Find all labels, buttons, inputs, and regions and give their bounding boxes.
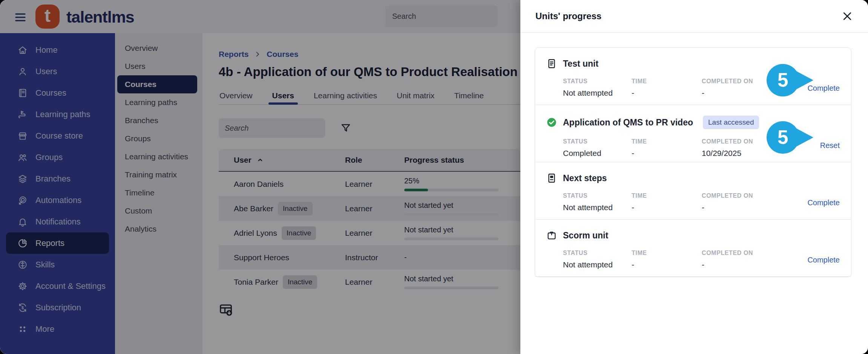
submenu-item-label: Custom [125, 206, 152, 215]
pie-icon [17, 238, 28, 249]
breadcrumb-reports-link[interactable]: Reports [219, 50, 248, 59]
table-row[interactable]: Tonia Parker Inactive Learner Not starte… [219, 270, 520, 294]
panel-header: Units' progress [520, 0, 868, 33]
sidebar-item[interactable]: More [6, 318, 109, 340]
completed-on-label: COMPLETED ON [702, 138, 753, 145]
global-search[interactable] [385, 6, 498, 27]
sidebar-item[interactable]: Home [6, 39, 109, 61]
progress-text: - [404, 253, 520, 262]
filter-icon[interactable] [340, 122, 351, 134]
sidebar-item[interactable]: Skills [6, 254, 109, 275]
submenu-item[interactable]: Timeline [117, 184, 197, 202]
status-label: STATUS [563, 192, 632, 199]
progress-bar [404, 287, 498, 289]
breadcrumb-courses-link[interactable]: Courses [267, 50, 298, 59]
sidebar-item[interactable]: Reports [6, 232, 109, 254]
last-accessed-badge: Last accessed [703, 116, 759, 129]
submenu-item[interactable]: Groups [117, 130, 197, 148]
unit-header: Scorm unit [546, 230, 840, 241]
store-icon [17, 131, 28, 141]
submenu-item[interactable]: Learning paths [117, 93, 197, 111]
table-row[interactable]: Abe Barker Inactive Learner Not started … [219, 196, 520, 221]
hamburger-menu-icon[interactable] [14, 11, 26, 22]
sidebar-item[interactable]: Branches [6, 168, 109, 189]
table-search[interactable] [219, 118, 325, 138]
sidebar-item-label: Notifications [35, 217, 81, 227]
submenu-item[interactable]: Overview [117, 39, 197, 57]
progress-bar-fill [404, 189, 428, 191]
tab[interactable]: Unit matrix [396, 88, 435, 104]
unit-row: Next steps STATUS Not attempted TIME - [535, 162, 851, 220]
sidebar-item[interactable]: Learning paths [6, 104, 109, 125]
unit-action-link[interactable]: Complete [807, 84, 840, 93]
talentlms-logo[interactable]: t [35, 5, 60, 29]
table-row[interactable]: Support Heroes Instructor - [219, 245, 520, 270]
submenu-item-label: Learning paths [125, 98, 177, 107]
user-role: Instructor [345, 253, 404, 262]
inactive-badge: Inactive [278, 202, 312, 215]
units-list: Test unit STATUS Not attempted TIME - [535, 47, 851, 277]
submenu-item[interactable]: Training matrix [117, 166, 197, 184]
submenu-item[interactable]: Branches [117, 111, 197, 130]
layers-icon [17, 174, 28, 184]
submenu-item[interactable]: Custom [117, 202, 197, 220]
column-header-progress[interactable]: Progress status [404, 156, 520, 165]
subscription-icon: $ [17, 302, 28, 313]
unit-action-link[interactable]: Complete [807, 198, 840, 207]
column-header-role[interactable]: Role [345, 156, 404, 165]
sidebar-item-label: Account & Settings [35, 281, 106, 291]
progress-bar [404, 238, 498, 240]
user-role: Learner [345, 180, 404, 189]
submenu-item[interactable]: Learning activities [117, 148, 197, 166]
table-row[interactable]: Adriel Lyons Inactive Learner Not starte… [219, 221, 520, 245]
path-icon [17, 109, 28, 120]
sidebar-item[interactable]: Notifications [6, 211, 109, 232]
tab[interactable]: Users [271, 88, 295, 104]
sidebar-item[interactable]: Groups [6, 146, 109, 168]
sidebar-item[interactable]: Automations [6, 189, 109, 211]
user-name: Abe Barker [234, 204, 273, 213]
time-label: TIME [632, 78, 702, 85]
tab[interactable]: Learning activities [313, 88, 378, 104]
progress-text: Not started yet [404, 201, 520, 210]
progress-bar [404, 189, 498, 191]
submenu-item[interactable]: Users [117, 57, 197, 75]
unit-title: Scorm unit [563, 230, 608, 241]
submenu-item[interactable]: Analytics [117, 220, 197, 238]
unit-action-link[interactable]: Complete [807, 256, 840, 264]
unit-title: Test unit [563, 59, 598, 69]
submenu-item-label: Users [125, 62, 146, 71]
sidebar-item[interactable]: Account & Settings [6, 275, 109, 297]
user-name: Adriel Lyons [234, 229, 277, 238]
sidebar-item[interactable]: Courses [6, 82, 109, 104]
sidebar-item-label: Users [35, 67, 57, 76]
sidebar-item-label: Skills [35, 260, 55, 270]
export-table-icon[interactable] [219, 302, 233, 317]
sidebar-item[interactable]: Users [6, 61, 109, 82]
unit-action-link[interactable]: Reset [820, 141, 840, 150]
sidebar-item[interactable]: $ Subscription [6, 297, 109, 318]
tab[interactable]: Overview [219, 88, 253, 104]
table-row[interactable]: Aaron Daniels Learner 25% [219, 172, 520, 196]
tab[interactable]: Timeline [453, 88, 485, 104]
close-icon[interactable] [842, 11, 853, 22]
time-label: TIME [632, 138, 702, 145]
sidebar-item-label: Reports [35, 238, 64, 248]
status-label: STATUS [563, 138, 632, 145]
doc-icon [546, 58, 557, 69]
home-icon [17, 45, 28, 55]
submenu-item[interactable]: Courses [117, 75, 197, 93]
submenu-item-label: Courses [125, 80, 156, 89]
status-value: Completed [563, 149, 632, 158]
unit-row: Scorm unit STATUS Not attempted TIME - [535, 220, 851, 277]
people-icon [17, 152, 28, 163]
unit-meta: STATUS Completed TIME - COMPLETED ON 10/… [563, 138, 840, 158]
table-header-row: User Role Progress status [219, 149, 520, 172]
sidebar-item[interactable]: Course store [6, 125, 109, 146]
table-toolbar [219, 118, 351, 138]
panel-title: Units' progress [535, 11, 842, 21]
global-search-input[interactable] [392, 12, 492, 21]
column-header-user[interactable]: User [234, 156, 252, 165]
sort-ascending-icon[interactable] [256, 156, 264, 164]
table-search-input[interactable] [225, 124, 325, 133]
